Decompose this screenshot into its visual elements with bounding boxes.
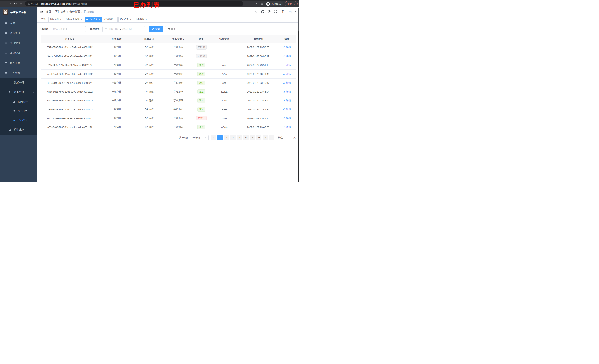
- edit-icon: [283, 81, 285, 84]
- detail-link[interactable]: 详情: [283, 125, 291, 129]
- cell-result: 通过: [193, 105, 211, 114]
- tab-process-detail[interactable]: 流程详情×: [134, 17, 149, 22]
- detail-link[interactable]: 详情: [283, 63, 291, 67]
- column-header: 创建时间: [238, 36, 278, 43]
- search-button[interactable]: 搜索: [149, 26, 163, 32]
- tab-form-edit[interactable]: 流程表单-编辑×: [64, 17, 84, 22]
- date-range-picker[interactable]: 开始日期 - 结束日期: [102, 26, 145, 32]
- bookmark-star-icon[interactable]: [261, 2, 264, 5]
- browser-back-button[interactable]: [2, 1, 7, 6]
- detail-link[interactable]: 详情: [283, 72, 291, 76]
- tab-label: 待办任务: [120, 18, 129, 21]
- kebab-menu-icon[interactable]: [293, 2, 296, 5]
- cell-process-name: OA 请假: [134, 96, 164, 105]
- breadcrumb-item[interactable]: 首页: [46, 10, 51, 13]
- page-button[interactable]: 2: [224, 135, 229, 140]
- sidebar-item-my-process[interactable]: 我的流程: [0, 97, 37, 107]
- more-pages-button[interactable]: •••: [256, 135, 261, 140]
- window-scrollbar[interactable]: [298, 8, 300, 182]
- scrollbar-thumb[interactable]: [298, 8, 300, 32]
- page-button[interactable]: 4: [237, 135, 242, 140]
- page-size-select[interactable]: 10条/页: [190, 135, 209, 140]
- browser-forward-button[interactable]: [7, 1, 12, 6]
- chevron-down-icon: [32, 62, 34, 64]
- page-button[interactable]: 1: [218, 135, 223, 140]
- browser-reload-button[interactable]: [13, 1, 18, 6]
- browser-update-button[interactable]: 更新: [285, 1, 298, 6]
- tab-home[interactable]: 首页: [40, 17, 47, 22]
- cell-result: 不通过: [193, 114, 211, 123]
- fullscreen-icon[interactable]: [274, 10, 277, 13]
- browser-toolbar: 不安全 dashboard.yudao.iocoder.cn/bpm/task/…: [0, 0, 300, 7]
- reset-button-label: 重置: [171, 27, 176, 31]
- logo-row[interactable]: 芋道管理系统: [0, 7, 37, 17]
- sidebar-item-process-management[interactable]: 流程管理: [0, 78, 37, 88]
- url-host: dashboard.yudao.iocoder.cn: [40, 2, 70, 5]
- page-button[interactable]: 3: [230, 135, 236, 140]
- sidebar-item-system-management[interactable]: 系统管理: [0, 28, 37, 38]
- sidebar-item-leave-query[interactable]: 请假查询: [0, 125, 37, 134]
- breadcrumb-item[interactable]: 任务管理: [70, 10, 80, 13]
- detail-link[interactable]: 详情: [283, 54, 291, 58]
- font-size-icon[interactable]: TT: [281, 10, 284, 13]
- goto-page-input[interactable]: [284, 135, 292, 140]
- tab-todo-tasks[interactable]: 待办任务×: [118, 17, 133, 22]
- search-button-label: 搜索: [155, 27, 160, 31]
- cell-task-id: ec507ae6-7b9a-11ec-b03b-acde48001122: [41, 70, 99, 78]
- process-name-input[interactable]: [51, 26, 86, 32]
- detail-link[interactable]: 详情: [283, 46, 291, 49]
- help-icon[interactable]: [268, 10, 271, 13]
- sidebar-item-done-tasks[interactable]: 已办任务: [0, 116, 37, 125]
- cell-task-id: 8196daff-7b9a-11ec-a290-acde48001122: [41, 78, 99, 87]
- cell-task-id: 331e3388-7b9a-11ec-a290-acde48001122: [41, 105, 99, 114]
- detail-link[interactable]: 详情: [283, 99, 291, 102]
- close-icon[interactable]: ×: [99, 18, 100, 20]
- sidebar-item-label: 首页: [10, 21, 34, 25]
- close-icon[interactable]: ×: [130, 18, 131, 20]
- detail-link[interactable]: 详情: [283, 90, 291, 93]
- browser-home-button[interactable]: [18, 1, 23, 6]
- sidebar-item-dev-tools[interactable]: 研发工具: [0, 58, 37, 68]
- github-icon[interactable]: [261, 10, 264, 13]
- sidebar-item-todo-tasks[interactable]: 待办任务: [0, 107, 37, 116]
- breadcrumb-item[interactable]: 工作流程: [55, 10, 66, 13]
- forward-arrow-icon: [8, 2, 11, 5]
- briefcase-icon: [4, 71, 8, 75]
- close-icon[interactable]: ×: [114, 18, 116, 20]
- cell-actions: 详情: [278, 52, 296, 61]
- next-page-button[interactable]: [269, 135, 274, 140]
- page-button[interactable]: 5: [243, 135, 248, 140]
- key-icon[interactable]: [255, 2, 258, 5]
- detail-link[interactable]: 详情: [283, 108, 291, 111]
- prev-page-button[interactable]: [211, 135, 216, 140]
- close-icon[interactable]: ×: [145, 18, 147, 20]
- sidebar: 芋道管理系统 首页系统管理支付管理基础设施研发工具工作流程流程管理任务管理我的流…: [0, 7, 37, 182]
- reset-button[interactable]: 重置: [165, 26, 178, 32]
- tab-start-process[interactable]: 发起流程×: [48, 17, 63, 22]
- cell-task-id: 74736737-7b9b-11ec-b5b7-acde48001122: [41, 43, 99, 52]
- sidebar-item-home[interactable]: 首页: [0, 18, 37, 28]
- close-icon[interactable]: ×: [60, 18, 61, 20]
- sidebar-item-label: 工作流程: [10, 71, 32, 75]
- security-status[interactable]: 不安全: [27, 2, 38, 5]
- cell-actions: 详情: [278, 87, 296, 96]
- detail-link[interactable]: 详情: [283, 81, 291, 84]
- sidebar-item-workflow[interactable]: 工作流程: [0, 68, 37, 78]
- sidebar-fold-icon[interactable]: [40, 10, 43, 13]
- result-badge: 已取消: [196, 45, 207, 50]
- page-button[interactable]: 9: [263, 135, 268, 140]
- tab-my-process[interactable]: 我的流程×: [103, 17, 117, 22]
- warning-triangle-icon: [27, 3, 30, 5]
- cell-approve-opinion: AAA: [210, 96, 238, 105]
- search-icon[interactable]: [255, 10, 258, 13]
- cell-task-name: 一级审批: [99, 123, 134, 132]
- sidebar-item-infrastructure[interactable]: 基础设施: [0, 48, 37, 58]
- sidebar-item-task-management[interactable]: 任务管理: [0, 88, 37, 97]
- user-avatar-menu[interactable]: [287, 8, 297, 15]
- detail-link[interactable]: 详情: [283, 116, 291, 120]
- page-button[interactable]: 6: [250, 135, 255, 140]
- tab-done-tasks[interactable]: 已办任务×: [85, 17, 102, 22]
- close-icon[interactable]: ×: [80, 18, 82, 20]
- sidebar-item-payment-management[interactable]: 支付管理: [0, 38, 37, 48]
- cell-task-name: 一级审批: [99, 61, 134, 70]
